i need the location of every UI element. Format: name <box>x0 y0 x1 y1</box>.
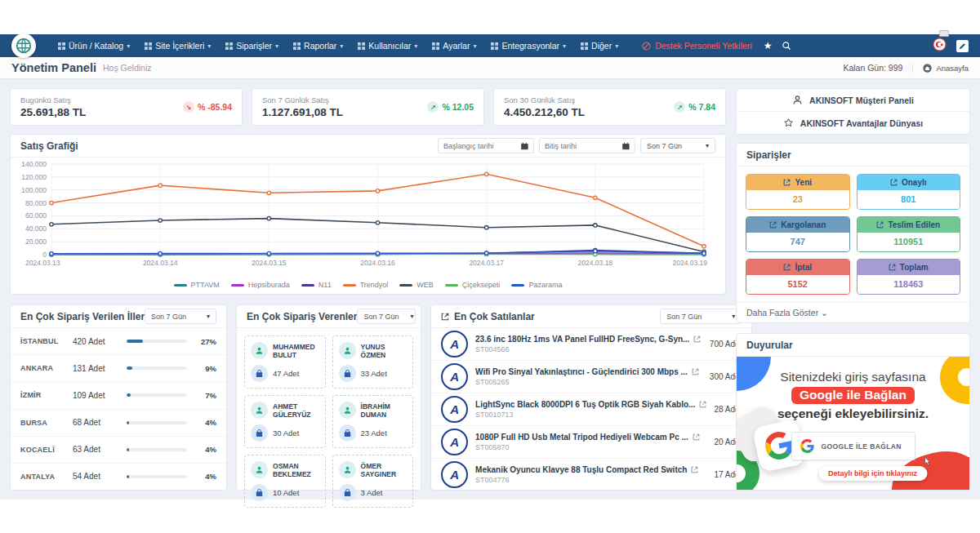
end-date-input[interactable] <box>545 142 619 150</box>
legend-item: PTTAVM <box>174 281 220 289</box>
order-status-card[interactable]: Toplam 118463 <box>857 259 961 295</box>
globe-icon <box>15 37 33 55</box>
buyers-title: En Çok Sipariş Verenler <box>247 311 357 322</box>
start-date-input[interactable] <box>443 142 518 150</box>
akinsoft-product-logo: A <box>441 396 468 423</box>
buyer-order-count: 10 Adet <box>273 488 299 497</box>
details-link[interactable]: Detaylı bilgi için tıklayınız <box>818 466 927 481</box>
cities-range-select[interactable]: Son 7 Gün ▾ <box>145 309 216 324</box>
start-date-field[interactable] <box>438 138 534 153</box>
customer-panel-link[interactable]: AKINSOFT Müşteri Paneli <box>737 89 969 112</box>
external-link-icon <box>876 221 884 229</box>
chart-range-select[interactable]: Son 7 Gün ▾ <box>640 138 715 153</box>
order-status-label: Kargolanan <box>781 220 826 229</box>
product-row[interactable]: A 23.6 inc 180Hz 1ms VA Panel FullHD Fre… <box>431 328 751 360</box>
legend-label: N11 <box>318 281 332 289</box>
city-progress-fill <box>127 340 143 343</box>
legend-swatch <box>511 284 524 286</box>
city-progress-fill <box>127 393 131 397</box>
order-status-card[interactable]: İptal 5152 <box>746 259 850 295</box>
svg-text:60.000: 60.000 <box>25 211 47 220</box>
language-flag[interactable] <box>933 38 947 55</box>
home-link[interactable]: Anasayfa <box>912 64 969 73</box>
city-percent: 27% <box>195 337 216 346</box>
product-row[interactable]: A Wifi Pro Sinyal Yakınlaştırıcı - Güçle… <box>431 360 751 393</box>
navbar-menu-item[interactable]: Kullanıcılar ▾ <box>350 41 425 51</box>
range-value: Son 7 Gün <box>363 313 399 321</box>
announcement-highlight: Google ile Bağlan <box>791 387 915 404</box>
turkish-flag-icon <box>933 38 947 51</box>
search-icon[interactable] <box>782 41 791 51</box>
legend-swatch <box>174 284 187 286</box>
city-name: BURSA <box>20 419 73 427</box>
announcement-banner[interactable]: Sitenizdeki giriş sayfasına Google ile B… <box>737 357 969 490</box>
navbar-menu-item[interactable]: Ürün / Katalog ▾ <box>51 41 137 51</box>
stat-value: 1.127.691,08 TL <box>262 106 343 118</box>
buyer-card: ÖMER SAYGINER 3 Adet <box>332 455 414 508</box>
navbar-menu-item[interactable]: Raporlar ▾ <box>286 41 350 51</box>
navbar-menu-item[interactable]: Entegrasyonlar ▾ <box>483 41 573 51</box>
edit-mode-button[interactable] <box>956 40 969 52</box>
google-signin-button[interactable]: GOOGLE İLE BAĞLAN <box>791 432 915 460</box>
akinsoft-logo[interactable] <box>11 33 36 58</box>
city-row: ANKARA 131 Adet 9% <box>11 354 226 381</box>
order-count: 23 <box>746 190 849 209</box>
buyers-grid: MUHAMMED BULUT 47 Adet YUNUS ÖZMEN 33 Ad… <box>237 328 421 515</box>
stat-card: Son 7 Günlük Satış 1.127.691,08 TL ↗ % 1… <box>252 88 484 126</box>
navbar-menu-item[interactable]: Site İçerikleri ▾ <box>137 41 218 51</box>
orders-panel: Siparişler Yeni 23 Onaylı 801 Kargolanan… <box>736 143 970 323</box>
order-status-card[interactable]: Yeni 23 <box>746 174 850 210</box>
order-status-card[interactable]: Teslim Edilen 110951 <box>857 216 961 252</box>
city-rows: İSTANBUL 420 Adet 27% ANKARA 131 Adet 9%… <box>11 328 226 490</box>
svg-text:2024.03.15: 2024.03.15 <box>252 259 287 267</box>
main-content: Bugünkü Satış 25.691,88 TL ↘ % -85.94 So… <box>0 79 980 500</box>
svg-text:40.000: 40.000 <box>25 224 47 233</box>
product-row[interactable]: A Mekanik Oyuncu Klavye 88 Tuşlu Compact… <box>431 458 751 491</box>
buyers-range-select[interactable]: Son 7 Gün ▾ <box>357 309 416 324</box>
star-outline-icon <box>783 118 794 128</box>
page-header: Yönetim Paneli Hoş Geldiniz Kalan Gün: 9… <box>0 57 980 79</box>
navbar-menu-item[interactable]: Siparişler ▾ <box>218 41 286 51</box>
support-permissions-label: Destek Personeli Yetkileri <box>655 41 751 51</box>
legend-item: N11 <box>301 281 332 289</box>
navbar-menu: Ürün / Katalog ▾ Site İçerikleri ▾ Sipar… <box>51 41 626 51</box>
menu-label: Site İçerikleri <box>155 41 204 51</box>
external-link-icon <box>693 433 700 441</box>
end-date-field[interactable] <box>539 138 635 153</box>
order-status-card[interactable]: Kargolanan 747 <box>746 216 850 252</box>
top-sellers-panel: En Çok Satılanlar Son 7 Gün ▾ A 23.6 inc… <box>430 304 752 491</box>
svg-text:80.000: 80.000 <box>25 199 47 207</box>
city-count: 63 Adet <box>73 445 118 454</box>
chevron-down-icon: ▾ <box>563 42 566 50</box>
bag-icon <box>251 484 268 501</box>
akinsoft-product-logo: A <box>441 363 468 390</box>
city-row: BURSA 68 Adet 4% <box>11 409 226 436</box>
show-more-button[interactable]: Daha Fazla Göster ⌄ <box>737 302 969 322</box>
legend-label: Hepsiburada <box>248 281 290 289</box>
announcements-title: Duyurular <box>746 340 793 351</box>
legend-label: Çiçeksepeti <box>462 281 501 289</box>
menu-label: Ayarlar <box>443 41 470 51</box>
support-permissions-link[interactable]: Destek Personeli Yetkileri <box>642 41 751 51</box>
navbar-menu-item[interactable]: Ayarlar ▾ <box>425 41 483 51</box>
chevron-down-icon: ▾ <box>340 42 343 50</box>
favorite-star-icon[interactable]: ★ <box>764 40 773 51</box>
product-row[interactable]: A 1080P Full HD Usb Metal Tripod Hediyel… <box>431 425 751 458</box>
city-percent: 4% <box>195 418 216 427</box>
page-title: Yönetim Paneli <box>11 61 96 74</box>
product-code: ST0010713 <box>475 411 706 419</box>
external-link-icon <box>692 368 699 375</box>
order-status-card[interactable]: Onaylı 801 <box>857 174 961 210</box>
city-count: 131 Adet <box>73 364 118 373</box>
reports-icon <box>293 42 301 50</box>
advantages-link[interactable]: AKINSOFT Avantajlar Dünyası <box>737 112 969 134</box>
navbar-menu-item[interactable]: Diğer ▾ <box>573 41 626 51</box>
person-icon <box>339 402 356 419</box>
product-row[interactable]: A LightSync Black 8000DPI 6 Tuş Optik RG… <box>431 393 751 425</box>
stat-label: Bugünkü Satış <box>20 95 86 104</box>
akinsoft-product-logo: A <box>441 331 468 358</box>
menu-label: Diğer <box>591 41 612 51</box>
chevron-down-icon: ▾ <box>411 313 414 320</box>
sellers-range-select[interactable]: Son 7 Gün ▾ <box>660 309 742 324</box>
menu-label: Kullanıcılar <box>368 41 411 51</box>
